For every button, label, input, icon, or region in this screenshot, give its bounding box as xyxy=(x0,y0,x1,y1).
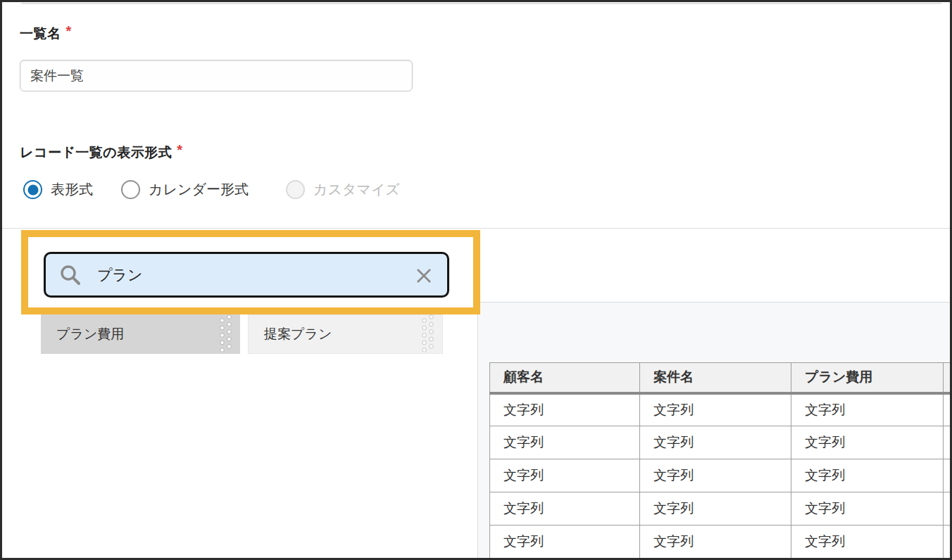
display-format-label-text: レコード一覧の表示形式 xyxy=(20,145,172,160)
table-cell: 文字列 xyxy=(791,492,944,526)
table-row: 文字列 文字列 文字列 xyxy=(490,426,952,459)
table-cell: 文字列 xyxy=(791,459,944,492)
table-cell xyxy=(944,393,952,426)
required-asterisk: * xyxy=(66,23,72,39)
list-name-input[interactable] xyxy=(20,60,413,91)
field-chip-label: プラン費用 xyxy=(56,325,240,343)
radio-label: カスタマイズ xyxy=(313,180,400,199)
top-divider xyxy=(21,3,941,4)
table-cell: 文字列 xyxy=(640,492,791,526)
column-header xyxy=(944,363,952,393)
table-cell: 文字列 xyxy=(640,393,791,426)
radio-unselected-icon[interactable] xyxy=(121,180,140,199)
table-cell: 文字列 xyxy=(640,459,791,492)
display-format-label: レコード一覧の表示形式* xyxy=(20,144,183,162)
field-chip-proposal-plan[interactable]: 提案プラン xyxy=(248,314,443,354)
table-cell: 文字列 xyxy=(490,459,640,492)
section-divider xyxy=(2,228,950,229)
required-asterisk: * xyxy=(177,142,182,158)
radio-selected-icon[interactable] xyxy=(23,180,42,199)
radio-label: 表形式 xyxy=(51,180,93,199)
list-view-settings-page: 一覧名* レコード一覧の表示形式* 表形式 カレンダー形式 カスタマイズ 顧客名… xyxy=(0,0,952,560)
table-header-row: 顧客名 案件名 プラン費用 xyxy=(490,363,952,393)
table-cell: 文字列 xyxy=(640,526,791,559)
column-header: 顧客名 xyxy=(490,363,640,393)
table-cell: 文字列 xyxy=(791,393,944,426)
drag-handle-icon[interactable] xyxy=(418,313,437,356)
table-cell xyxy=(944,426,952,459)
field-chip-label: 提案プラン xyxy=(264,325,442,343)
table-cell xyxy=(944,492,952,526)
list-name-label: 一覧名* xyxy=(20,25,72,43)
radio-customize-format: カスタマイズ xyxy=(286,180,400,199)
field-search-input[interactable] xyxy=(46,254,447,295)
table-cell xyxy=(944,526,952,559)
radio-calendar-format[interactable]: カレンダー形式 xyxy=(121,180,249,199)
list-name-label-text: 一覧名 xyxy=(20,26,61,41)
table-cell: 文字列 xyxy=(490,492,640,526)
display-format-radio-group: 表形式 カレンダー形式 カスタマイズ xyxy=(2,180,950,203)
field-search-box xyxy=(44,252,449,298)
table-cell: 文字列 xyxy=(490,426,640,459)
table-cell xyxy=(944,459,952,492)
drag-handle-icon[interactable] xyxy=(216,313,235,356)
table-cell: 文字列 xyxy=(490,526,640,559)
field-chip-plan-cost[interactable]: プラン費用 xyxy=(41,314,240,354)
table-row: 文字列 文字列 文字列 xyxy=(490,393,952,426)
clear-search-button[interactable] xyxy=(413,266,434,287)
table-cell: 文字列 xyxy=(791,426,944,459)
table-row: 文字列 文字列 文字列 xyxy=(490,526,952,559)
column-header: 案件名 xyxy=(640,363,791,393)
table-row: 文字列 文字列 文字列 xyxy=(490,492,952,526)
record-preview-table: 顧客名 案件名 プラン費用 文字列 文字列 文字列 文字列 文字列 文字列 文字… xyxy=(489,362,952,559)
table-row: 文字列 文字列 文字列 xyxy=(490,459,952,492)
table-cell: 文字列 xyxy=(791,526,944,559)
x-mark-icon xyxy=(415,276,432,286)
radio-disabled-icon xyxy=(286,180,305,199)
radio-table-format[interactable]: 表形式 xyxy=(23,180,93,199)
radio-label: カレンダー形式 xyxy=(149,180,249,199)
table-cell: 文字列 xyxy=(640,426,791,459)
table-cell: 文字列 xyxy=(490,393,640,426)
column-header: プラン費用 xyxy=(791,363,944,393)
